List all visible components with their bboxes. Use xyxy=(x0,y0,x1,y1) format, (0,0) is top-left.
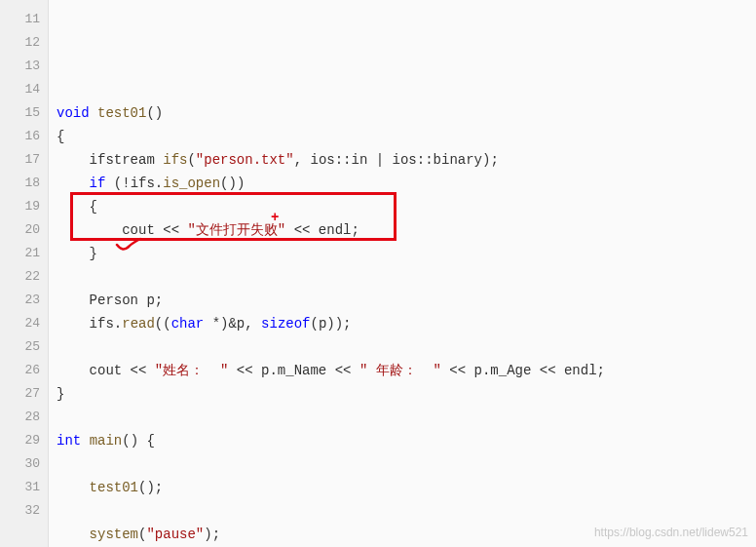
token-punct xyxy=(90,105,97,121)
code-line: { xyxy=(57,125,756,148)
line-number: 22 xyxy=(0,265,48,289)
line-number: 26 xyxy=(0,359,48,382)
line-number: 30 xyxy=(0,452,48,476)
line-number: 31 xyxy=(0,476,48,499)
token-ident: endl xyxy=(319,222,352,238)
token-ident: Person xyxy=(90,293,138,308)
token-punct: (); xyxy=(138,480,163,495)
token-punct: p; xyxy=(138,293,163,308)
token-ident: p xyxy=(474,363,482,378)
token-ident: cout xyxy=(122,222,155,238)
code-line: } xyxy=(57,242,756,265)
code-line: cout << "姓名： " << p.m_Name << " 年龄： " <<… xyxy=(57,359,756,382)
token-punct: { xyxy=(57,199,97,215)
code-line: { xyxy=(57,195,756,218)
token-punct: ; xyxy=(351,222,359,238)
token-op: << xyxy=(326,363,359,378)
token-punct: ( xyxy=(187,152,195,168)
code-line xyxy=(57,335,756,359)
token-ident: ifs xyxy=(131,176,155,191)
token-kw: sizeof xyxy=(261,316,310,332)
code-line: ifs.read((char *)&p, sizeof(p)); xyxy=(57,312,756,335)
line-number: 32 xyxy=(0,499,48,523)
code-line xyxy=(57,452,756,476)
token-punct: ()) xyxy=(220,176,245,191)
code-line: if (!ifs.is_open()) xyxy=(57,172,756,195)
token-fn: test01 xyxy=(97,105,146,121)
code-line xyxy=(57,499,756,523)
token-str: "person.txt" xyxy=(196,152,294,168)
line-number: 27 xyxy=(0,382,48,406)
token-punct: . xyxy=(155,176,163,191)
token-fn: system xyxy=(90,527,138,542)
line-number: 21 xyxy=(0,242,48,265)
line-number: 29 xyxy=(0,429,48,452)
line-number: 25 xyxy=(0,335,48,359)
token-ident: ios xyxy=(311,152,335,168)
token-ident: ifstream xyxy=(90,152,155,168)
token-punct xyxy=(57,293,90,308)
token-kw: char xyxy=(171,316,205,332)
code-line: int main() { xyxy=(57,429,756,452)
code-editor: 1112131415161718192021222324252627282930… xyxy=(0,0,756,547)
token-punct xyxy=(155,152,163,168)
token-fn: test01 xyxy=(90,480,138,495)
token-fn: main xyxy=(90,433,123,449)
token-punct: , xyxy=(294,152,311,168)
token-punct xyxy=(57,480,90,495)
code-line: } xyxy=(57,382,756,406)
token-str: "姓名： " xyxy=(155,363,229,378)
line-number: 13 xyxy=(0,55,48,78)
line-number: 11 xyxy=(0,8,48,31)
token-punct xyxy=(57,222,122,238)
token-punct xyxy=(57,176,90,191)
token-punct: ); xyxy=(204,527,220,542)
line-number: 17 xyxy=(0,148,48,172)
token-punct: () { xyxy=(122,433,155,449)
token-ident: ios xyxy=(393,152,417,168)
token-op: << xyxy=(285,222,319,238)
token-punct: ; xyxy=(597,363,605,378)
token-ident: m_Age xyxy=(490,363,531,378)
line-number: 15 xyxy=(0,101,48,125)
line-number: 12 xyxy=(0,31,48,55)
token-punct xyxy=(81,433,89,449)
code-line: void test01() xyxy=(57,101,756,125)
watermark-text: https://blog.csdn.net/lidew521 xyxy=(594,526,748,539)
token-punct: (p)); xyxy=(311,316,352,332)
code-area: + https://blog.csdn.net/lidew521 void te… xyxy=(49,0,756,547)
token-punct: . xyxy=(269,363,277,378)
token-ident: binary xyxy=(434,152,482,168)
token-op: << xyxy=(531,363,564,378)
token-punct: } xyxy=(57,246,97,261)
token-op: << xyxy=(441,363,474,378)
line-gutter: 1112131415161718192021222324252627282930… xyxy=(0,0,49,547)
token-op: << xyxy=(228,363,261,378)
token-punct: } xyxy=(57,386,64,402)
line-number: 24 xyxy=(0,312,48,335)
token-str: " 年龄： " xyxy=(359,363,441,378)
line-number: 16 xyxy=(0,125,48,148)
token-punct xyxy=(57,316,90,332)
line-number: 23 xyxy=(0,289,48,312)
token-ident: endl xyxy=(564,363,597,378)
token-punct: (( xyxy=(155,316,171,332)
line-number: 28 xyxy=(0,406,48,429)
token-ident: ifs xyxy=(90,316,114,332)
token-ident: m_Name xyxy=(278,363,326,378)
token-op: << xyxy=(122,363,155,378)
code-line: test01(); xyxy=(57,476,756,499)
token-ident: in xyxy=(352,152,368,168)
token-punct: . xyxy=(114,316,122,332)
code-line xyxy=(57,406,756,429)
token-punct xyxy=(57,527,90,542)
token-str: "pause" xyxy=(146,527,204,542)
token-fn: ifs xyxy=(163,152,187,168)
line-number: 19 xyxy=(0,195,48,218)
code-line: Person p; xyxy=(57,289,756,312)
token-punct: :: xyxy=(335,152,352,168)
token-punct: { xyxy=(57,129,64,144)
token-punct xyxy=(57,152,90,168)
line-number: 20 xyxy=(0,218,48,242)
token-op: << xyxy=(155,222,188,238)
